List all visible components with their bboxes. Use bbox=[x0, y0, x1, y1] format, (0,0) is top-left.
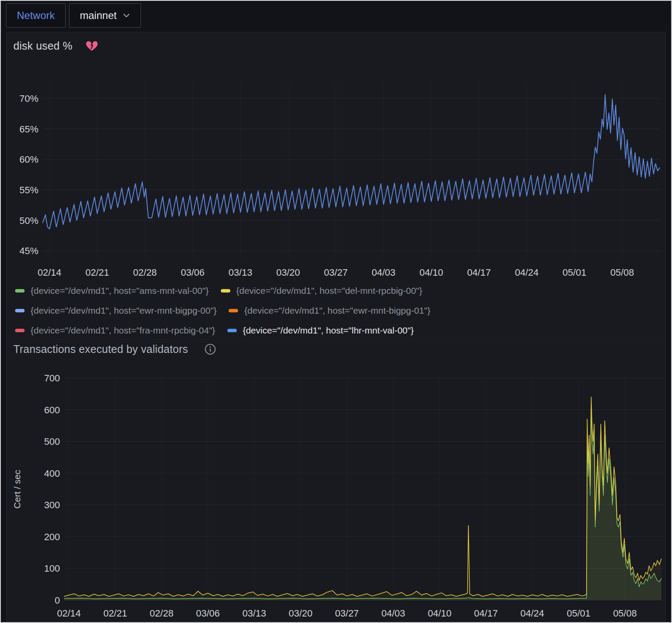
x-axis-tick-label: 02/21 bbox=[104, 608, 127, 619]
legend-label: {device="/dev/md1", host="del-mnt-rpcbig… bbox=[236, 286, 422, 296]
panel-disk-used-header[interactable]: disk used % bbox=[13, 39, 98, 52]
y-axis-title: Cert / sec bbox=[12, 470, 22, 509]
y-axis-tick-label: 50% bbox=[19, 215, 38, 226]
x-axis-tick-label: 03/06 bbox=[196, 608, 220, 619]
y-axis-tick-label: 100 bbox=[44, 563, 60, 574]
legend-label: {device="/dev/md1", host="ewr-mnt-bigpg-… bbox=[31, 305, 217, 316]
y-axis-tick-label: 500 bbox=[44, 436, 60, 447]
x-axis-tick-label: 03/27 bbox=[335, 608, 359, 619]
legend-item[interactable]: {device="/dev/md1", host="del-mnt-rpcbig… bbox=[221, 286, 422, 296]
legend-item[interactable]: {device="/dev/md1", host="ewr-mnt-bigpg-… bbox=[229, 305, 430, 316]
x-axis-tick-label: 03/13 bbox=[229, 267, 252, 278]
y-axis-tick-label: 45% bbox=[19, 245, 38, 256]
y-axis-tick-label: 0 bbox=[55, 595, 60, 606]
x-axis-tick-label: 05/01 bbox=[562, 267, 586, 278]
network-variable-label-box: Network bbox=[6, 3, 66, 28]
x-axis-tick-label: 04/17 bbox=[467, 267, 491, 278]
y-axis-tick-label: 55% bbox=[19, 185, 38, 195]
info-circle-icon[interactable] bbox=[204, 343, 216, 355]
panel-disk-used: disk used % 45%50%55%60%65%70%02/1402/21… bbox=[6, 32, 666, 340]
x-axis-tick-label: 03/27 bbox=[324, 267, 348, 278]
heart-break-icon bbox=[85, 39, 98, 52]
series-line bbox=[43, 95, 659, 229]
legend-swatch bbox=[15, 289, 25, 293]
x-axis-tick-label: 03/13 bbox=[242, 608, 266, 619]
x-axis-tick-label: 04/24 bbox=[515, 267, 539, 278]
legend-row: {device="/dev/md1", host="ams-mnt-val-00… bbox=[15, 281, 443, 301]
x-axis-tick-label: 04/03 bbox=[372, 267, 396, 278]
chart2-svg: 010020030040050060070002/1402/2102/2803/… bbox=[7, 369, 666, 623]
x-axis-tick-label: 02/28 bbox=[133, 267, 157, 278]
series-line bbox=[64, 410, 661, 599]
x-axis-tick-label: 04/03 bbox=[381, 608, 405, 619]
x-axis-tick-label: 02/14 bbox=[38, 267, 61, 278]
disk-used-chart[interactable]: 45%50%55%60%65%70%02/1402/2102/2803/0603… bbox=[7, 75, 666, 280]
x-axis-tick-label: 05/08 bbox=[613, 608, 637, 619]
x-axis-tick-label: 04/17 bbox=[474, 608, 498, 619]
legend-swatch bbox=[221, 289, 230, 293]
chevron-down-icon bbox=[122, 13, 130, 18]
network-variable-dropdown[interactable]: mainnet bbox=[69, 3, 141, 28]
y-axis-tick-label: 700 bbox=[44, 373, 60, 384]
legend-label: {device="/dev/md1", host="ewr-mnt-bigpg-… bbox=[244, 305, 430, 316]
y-axis-tick-label: 200 bbox=[44, 532, 60, 542]
y-axis-tick-label: 600 bbox=[44, 405, 60, 415]
variable-controls: Network mainnet bbox=[6, 3, 141, 28]
x-axis-tick-label: 04/10 bbox=[428, 608, 452, 619]
legend-item[interactable]: {device="/dev/md1", host="ewr-mnt-bigpg-… bbox=[15, 305, 217, 316]
legend-item[interactable]: {device="/dev/md1", host="lhr-mnt-val-00… bbox=[227, 325, 414, 336]
legend-swatch bbox=[229, 309, 238, 312]
legend-label: {device="/dev/md1", host="ams-mnt-val-00… bbox=[31, 286, 209, 296]
series-area bbox=[64, 397, 661, 600]
y-axis-tick-label: 70% bbox=[19, 93, 38, 104]
legend-swatch bbox=[15, 309, 25, 312]
y-axis-tick-label: 300 bbox=[44, 500, 60, 510]
panel-transactions: Transactions executed by validators 0100… bbox=[6, 341, 666, 622]
x-axis-tick-label: 04/10 bbox=[419, 267, 443, 278]
legend-swatch bbox=[227, 329, 237, 332]
chart1-svg: 45%50%55%60%65%70%02/1402/2102/2803/0603… bbox=[7, 75, 666, 278]
disk-used-legend: {device="/dev/md1", host="ams-mnt-val-00… bbox=[15, 281, 443, 340]
legend-swatch bbox=[15, 329, 25, 332]
x-axis-tick-label: 03/20 bbox=[276, 267, 300, 278]
y-axis-tick-label: 60% bbox=[19, 154, 38, 165]
panel-title: Transactions executed by validators bbox=[13, 343, 188, 356]
x-axis-tick-label: 02/21 bbox=[85, 267, 109, 278]
x-axis-tick-label: 02/28 bbox=[150, 608, 173, 619]
y-axis-tick-label: 400 bbox=[44, 468, 60, 479]
legend-label: {device="/dev/md1", host="lhr-mnt-val-00… bbox=[243, 325, 414, 336]
network-variable-label: Network bbox=[17, 9, 55, 22]
y-axis-tick-label: 65% bbox=[19, 124, 38, 135]
x-axis-tick-label: 05/01 bbox=[567, 608, 590, 619]
legend-row: {device="/dev/md1", host="fra-mnt-rpcbig… bbox=[15, 321, 443, 340]
panel-title: disk used % bbox=[13, 40, 72, 52]
legend-item[interactable]: {device="/dev/md1", host="ams-mnt-val-00… bbox=[15, 286, 209, 296]
legend-row: {device="/dev/md1", host="ewr-mnt-bigpg-… bbox=[15, 301, 443, 321]
x-axis-tick-label: 04/24 bbox=[521, 608, 544, 619]
legend-label: {device="/dev/md1", host="fra-mnt-rpcbig… bbox=[31, 325, 215, 336]
dashboard-screen: Network mainnet disk used % 45%50%55%60%… bbox=[0, 0, 672, 623]
transactions-chart[interactable]: 010020030040050060070002/1402/2102/2803/… bbox=[7, 369, 666, 623]
x-axis-tick-label: 03/20 bbox=[289, 608, 312, 619]
x-axis-tick-label: 03/06 bbox=[181, 267, 204, 278]
series-line bbox=[64, 397, 661, 596]
x-axis-tick-label: 05/08 bbox=[610, 267, 634, 278]
legend-item[interactable]: {device="/dev/md1", host="fra-mnt-rpcbig… bbox=[15, 325, 215, 336]
panel-transactions-header[interactable]: Transactions executed by validators bbox=[13, 343, 216, 356]
x-axis-tick-label: 02/14 bbox=[57, 608, 81, 619]
network-variable-value: mainnet bbox=[80, 9, 116, 22]
